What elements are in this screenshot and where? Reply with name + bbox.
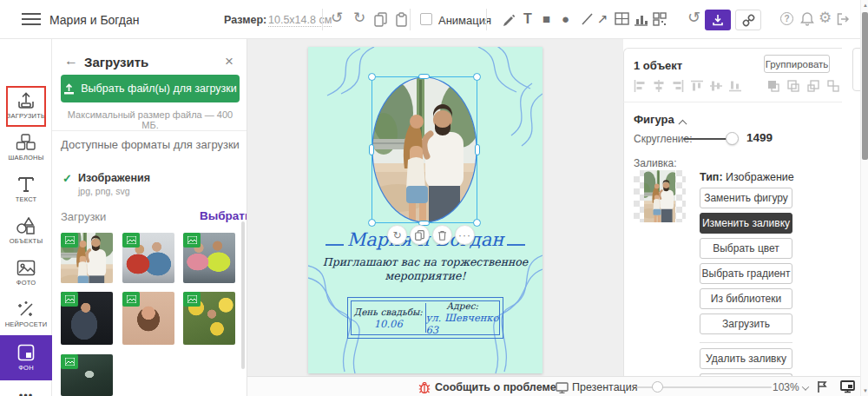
image-badge-icon — [122, 233, 140, 248]
align-center-v-icon[interactable] — [710, 80, 722, 92]
share-link-button[interactable] — [735, 10, 761, 30]
download-button[interactable] — [705, 10, 731, 30]
resize-handle-ne[interactable] — [473, 73, 481, 81]
sidebar-item-more[interactable]: ••• БОЛЬШЕ — [0, 380, 52, 396]
zoom-level[interactable]: 103% — [773, 381, 808, 393]
qr-code-tool-icon[interactable] — [653, 12, 667, 26]
wedding-day-label: День свадьбы: — [354, 307, 423, 317]
align-top-icon[interactable] — [691, 80, 703, 92]
delete-object-button[interactable] — [432, 225, 452, 245]
flag-icon[interactable] — [817, 380, 828, 393]
scrollbar-thumb[interactable] — [862, 12, 868, 160]
gear-icon[interactable]: ⚙ — [819, 10, 832, 25]
back-arrow-icon[interactable]: ← — [64, 53, 78, 69]
redo-icon[interactable]: ↻ — [353, 10, 365, 25]
bring-forward-icon[interactable] — [767, 80, 780, 92]
choose-files-button[interactable]: Выбрать файл(ы) для загрузки — [61, 75, 240, 102]
card-subtitle-line2[interactable]: мероприятие! — [308, 269, 542, 282]
image-badge-icon — [122, 292, 140, 307]
replace-object-button[interactable]: ↻ — [387, 225, 407, 245]
copy-icon[interactable] — [374, 12, 388, 27]
send-to-back-icon[interactable] — [827, 80, 840, 92]
upload-thumbnail-woman-portrait[interactable] — [122, 292, 174, 345]
sidebar-item-label: ФОН — [18, 364, 34, 372]
from-library-button[interactable]: Из библиотеки — [700, 288, 792, 309]
zoom-slider-knob[interactable] — [652, 381, 663, 393]
resize-handle-sw[interactable] — [368, 219, 376, 227]
align-center-h-icon[interactable] — [653, 80, 665, 92]
arrow-tool-icon[interactable]: ↗ — [597, 11, 608, 26]
download-icon — [712, 14, 724, 26]
upload-thumbnail-street-couple[interactable] — [122, 233, 174, 283]
bell-icon[interactable] — [800, 11, 814, 26]
panel-scrollbar-thumb[interactable] — [241, 221, 245, 369]
align-left-icon[interactable] — [634, 80, 646, 92]
close-icon[interactable]: × — [225, 53, 233, 70]
undo-icon[interactable]: ↺ — [331, 10, 343, 25]
size-label: Размер: — [224, 14, 266, 26]
objects-count: 1 объект — [634, 59, 682, 72]
help-icon[interactable]: ? — [780, 12, 793, 25]
text-tool-icon[interactable]: T — [523, 11, 532, 26]
resize-handle-e[interactable] — [475, 144, 480, 155]
upload-thumbnail-forest[interactable] — [61, 354, 113, 396]
document-title[interactable]: Мария и Богдан — [49, 13, 140, 27]
logout-icon[interactable] — [836, 12, 850, 26]
upload-thumbnail-man-dark[interactable] — [61, 292, 113, 345]
page-scrollbar[interactable]: ▲ ▼ — [860, 0, 868, 396]
fill-preview-thumbnail[interactable] — [634, 170, 686, 222]
sidebar-item-objects[interactable]: ОБЪЕКТЫ — [0, 210, 52, 252]
selection-box[interactable] — [372, 76, 477, 223]
animation-label: Анимация — [438, 14, 491, 27]
card-subtitle-line1[interactable]: Приглашают вас на торжественное — [308, 255, 542, 268]
presentation-link[interactable]: Презентация — [572, 381, 638, 393]
animation-checkbox[interactable] — [420, 13, 432, 25]
resize-handle-w[interactable] — [369, 144, 374, 155]
resize-handle-se[interactable] — [473, 219, 481, 227]
pen-tool-icon[interactable] — [502, 12, 516, 26]
align-bottom-icon[interactable] — [729, 80, 741, 92]
chevron-down-icon — [801, 383, 808, 390]
more-options-button[interactable]: ··· — [455, 225, 475, 245]
sidebar-item-background[interactable]: ФОН — [0, 335, 52, 380]
upload-fill-button[interactable]: Загрузить — [700, 314, 792, 334]
line-tool-icon[interactable] — [581, 12, 594, 26]
table-tool-icon[interactable] — [615, 12, 629, 26]
change-fill-button[interactable]: Изменить заливку — [700, 213, 792, 234]
fill-type: Тип: Изображение — [700, 171, 794, 183]
card-info-table[interactable]: День свадьбы: 10.06 Адрес: ул. Шевченко … — [347, 297, 503, 339]
sidebar-item-templates[interactable]: ШАБЛОНЫ — [0, 127, 52, 168]
remove-fill-button[interactable]: Удалить заливку — [700, 348, 792, 369]
duplicate-object-button[interactable] — [410, 225, 430, 245]
replace-shape-button[interactable]: Заменить фигуру — [700, 188, 792, 208]
square-tool-icon[interactable]: ■ — [542, 11, 550, 26]
chart-tool-icon[interactable] — [634, 12, 648, 26]
send-backward-icon[interactable] — [787, 80, 800, 92]
report-problem-link[interactable]: Сообщить о проблеме — [435, 381, 556, 393]
upload-thumbnail-beach-couple[interactable] — [61, 233, 113, 283]
rounding-slider-knob[interactable] — [726, 132, 739, 145]
scroll-down-icon[interactable]: ▼ — [862, 388, 868, 393]
resize-handle-n[interactable] — [418, 74, 430, 79]
sidebar-item-text[interactable]: ТЕКСТ — [0, 168, 52, 210]
circle-tool-icon[interactable]: ● — [562, 11, 569, 26]
hamburger-menu-icon[interactable] — [22, 13, 41, 26]
choose-gradient-button[interactable]: Выбрать градиент — [700, 263, 792, 284]
shape-section-header[interactable]: Фигура — [634, 113, 686, 126]
sidebar-item-photo[interactable]: ФОТО — [0, 252, 52, 294]
history-icon[interactable]: ↺ — [687, 10, 700, 25]
paste-icon[interactable] — [395, 12, 409, 27]
bring-to-front-icon[interactable] — [807, 80, 820, 92]
select-link[interactable]: Выбрать — [200, 209, 247, 222]
group-button[interactable]: Группировать — [764, 55, 830, 73]
upload-thumbnail-woman-flowers[interactable] — [183, 292, 235, 345]
objects-icon — [16, 217, 36, 234]
fullscreen-display-icon[interactable] — [840, 380, 855, 393]
scroll-up-icon[interactable]: ▲ — [862, 3, 868, 8]
align-right-icon[interactable] — [672, 80, 684, 92]
choose-color-button[interactable]: Выбрать цвет — [700, 238, 792, 259]
resize-handle-nw[interactable] — [368, 73, 376, 81]
sidebar-item-neural[interactable]: НЕЙРОСЕТИ — [0, 294, 52, 335]
sidebar-item-upload[interactable]: ЗАГРУЗИТЬ — [0, 85, 52, 127]
upload-thumbnail-bench-couple[interactable] — [183, 233, 235, 283]
